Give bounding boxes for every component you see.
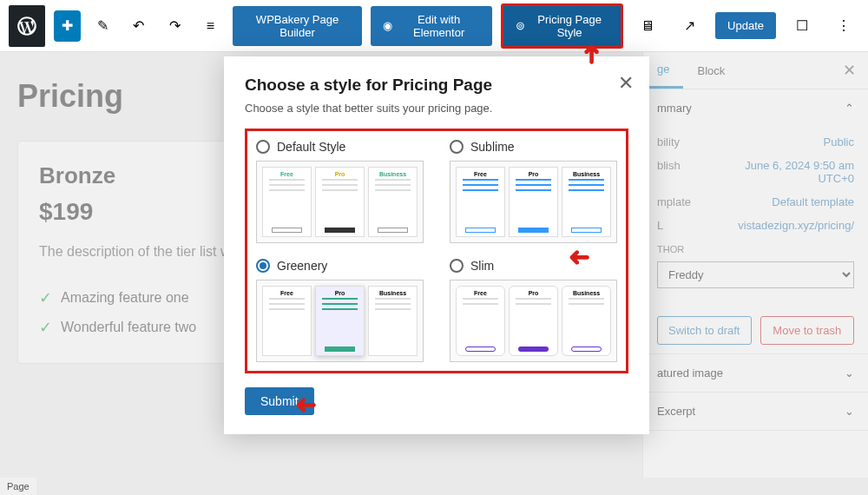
edit-icon[interactable]: ✎ xyxy=(89,10,116,42)
modal-subtitle: Choose a style that better suits your pr… xyxy=(245,102,628,115)
annotation-arrow-icon: ➜ xyxy=(295,391,317,421)
update-button[interactable]: Update xyxy=(715,12,776,39)
annotation-arrow-icon: ➜ xyxy=(575,43,606,65)
add-block-icon[interactable]: ✚ xyxy=(54,10,81,42)
style-preview-sublime: Free Pro Business xyxy=(450,161,617,243)
modal-title: Choose a style for Pricing Page xyxy=(245,76,628,95)
style-preview-default: Free Pro Business xyxy=(256,161,424,243)
style-option-greenery[interactable]: Greenery Free Pro Business xyxy=(256,259,424,362)
pricing-page-style-button[interactable]: ⊚Pricing Page Style xyxy=(501,3,623,49)
radio-icon[interactable] xyxy=(450,140,464,154)
external-link-icon[interactable]: ↗ xyxy=(674,10,705,42)
style-icon: ⊚ xyxy=(516,19,525,32)
undo-icon[interactable]: ↶ xyxy=(125,10,152,42)
radio-icon[interactable] xyxy=(256,259,270,273)
annotation-arrow-icon: ➜ xyxy=(569,243,590,274)
style-preview-greenery: Free Pro Business xyxy=(256,280,424,362)
modal-close-icon[interactable]: ✕ xyxy=(618,72,634,95)
style-option-default[interactable]: Default Style Free Pro Business xyxy=(256,140,424,243)
style-preview-slim: Free Pro Business xyxy=(450,280,617,362)
settings-panel-icon[interactable]: ☐ xyxy=(786,10,818,42)
radio-icon[interactable] xyxy=(256,140,270,154)
radio-icon[interactable] xyxy=(450,259,464,273)
wordpress-logo-icon[interactable] xyxy=(9,5,45,47)
footer-breadcrumb[interactable]: Page xyxy=(0,478,36,495)
editor-toolbar: ✚ ✎ ↶ ↷ ≡ WPBakery Page Builder ◉Edit wi… xyxy=(0,0,868,52)
style-option-slim[interactable]: Slim Free Pro Business xyxy=(450,259,617,362)
redo-icon[interactable]: ↷ xyxy=(161,10,187,42)
wpbakery-button[interactable]: WPBakery Page Builder xyxy=(233,6,362,46)
elementor-icon: ◉ xyxy=(383,19,392,32)
list-view-icon[interactable]: ≡ xyxy=(197,10,224,42)
preview-desktop-icon[interactable]: 🖥 xyxy=(632,10,663,42)
style-option-sublime[interactable]: Sublime Free Pro Business xyxy=(450,140,617,243)
more-options-icon[interactable]: ⋮ xyxy=(828,10,859,42)
elementor-button[interactable]: ◉Edit with Elementor xyxy=(371,6,492,46)
